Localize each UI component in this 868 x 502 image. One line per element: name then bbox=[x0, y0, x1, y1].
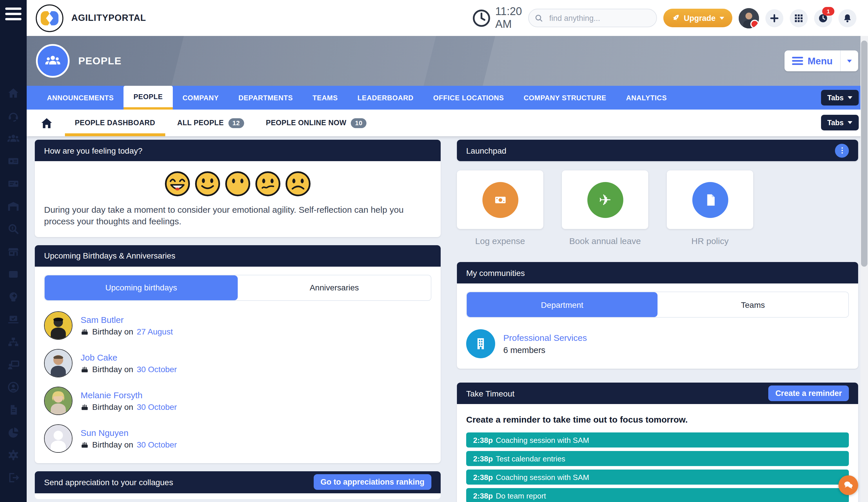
appreciation-title: Send appreciation to your collagues bbox=[44, 477, 173, 487]
mood-neutral-icon[interactable] bbox=[224, 170, 251, 197]
scrollbar-track[interactable] bbox=[860, 36, 868, 502]
menu-dropdown-toggle[interactable] bbox=[840, 50, 858, 71]
tab-company-structure[interactable]: COMPANY STRUCTURE bbox=[514, 86, 616, 109]
search-input[interactable] bbox=[548, 13, 651, 23]
add-button[interactable] bbox=[765, 9, 783, 27]
info-icon[interactable] bbox=[835, 144, 849, 157]
user-avatar[interactable] bbox=[739, 8, 759, 28]
person-name-link[interactable]: Melanie Forsyth bbox=[81, 390, 177, 400]
toggle-anniversaries[interactable]: Anniversaries bbox=[238, 275, 431, 300]
user-circle-icon[interactable] bbox=[7, 381, 20, 394]
communities-title: My communities bbox=[457, 262, 858, 283]
birthday-date-link[interactable]: 30 October bbox=[137, 440, 177, 449]
search-icon bbox=[535, 14, 543, 22]
team-icon[interactable] bbox=[7, 132, 20, 145]
appreciations-ranking-button[interactable]: Go to appreciations ranking bbox=[313, 474, 431, 490]
subtab-people-online-now[interactable]: PEOPLE ONLINE NOW10 bbox=[266, 109, 366, 136]
menu-button[interactable]: Menu bbox=[785, 50, 840, 71]
money-check-icon[interactable] bbox=[7, 155, 20, 168]
reminder-item[interactable]: 2:38pDo team report bbox=[466, 488, 849, 502]
agilityportal-logo[interactable] bbox=[35, 4, 64, 32]
avatar-placeholder[interactable] bbox=[44, 424, 72, 452]
subtab-all-people[interactable]: ALL PEOPLE12 bbox=[177, 109, 244, 136]
launchpad-label: Book annual leave bbox=[562, 236, 648, 246]
count-badge: 12 bbox=[228, 118, 244, 128]
community-members: 6 members bbox=[503, 345, 587, 355]
birthday-date-link[interactable]: 30 October bbox=[137, 364, 177, 374]
hr-policy-tile[interactable] bbox=[667, 170, 753, 229]
reminder-item[interactable]: 2:38pTest calendar entries bbox=[466, 451, 849, 466]
banner-decoration bbox=[169, 36, 439, 86]
mood-smiling-icon[interactable] bbox=[194, 170, 221, 197]
clock-icon bbox=[472, 8, 491, 27]
tabs-dropdown-button[interactable]: Tabs bbox=[821, 115, 859, 130]
tab-departments[interactable]: DEPARTMENTS bbox=[229, 86, 303, 109]
hamburger-menu-icon[interactable] bbox=[5, 8, 21, 23]
tab-teams[interactable]: TEAMS bbox=[303, 86, 348, 109]
headset-icon[interactable] bbox=[7, 109, 20, 122]
mail-card-icon[interactable] bbox=[7, 177, 20, 190]
mood-grinning-icon[interactable] bbox=[164, 170, 191, 197]
mood-confused-icon[interactable] bbox=[255, 170, 281, 197]
tabs-dropdown-button[interactable]: Tabs bbox=[821, 90, 859, 105]
reminder-item[interactable]: 2:38pCoaching session with SAM bbox=[466, 432, 849, 448]
laptop-check-icon[interactable] bbox=[7, 313, 20, 326]
tab-office-locations[interactable]: OFFICE LOCATIONS bbox=[423, 86, 514, 109]
cake-icon bbox=[81, 440, 89, 448]
top-header: AGILITYPORTAL 11:20 AM Upgrade bbox=[27, 0, 868, 36]
history-button[interactable]: 1 bbox=[814, 9, 832, 27]
avatar[interactable] bbox=[44, 311, 72, 339]
logout-icon[interactable] bbox=[7, 471, 20, 484]
chevron-down-icon bbox=[848, 96, 852, 99]
chat-button[interactable] bbox=[838, 475, 858, 495]
home-icon[interactable] bbox=[7, 87, 20, 100]
avatar[interactable] bbox=[44, 349, 72, 377]
community-name-link[interactable]: Professional Services bbox=[503, 333, 587, 343]
birthday-date-link[interactable]: 30 October bbox=[137, 402, 177, 411]
building-icon bbox=[466, 329, 495, 358]
global-search[interactable] bbox=[528, 9, 657, 27]
count-badge: 10 bbox=[351, 118, 366, 128]
home-icon[interactable] bbox=[41, 117, 53, 129]
tab-analytics[interactable]: ANALYTICS bbox=[616, 86, 676, 109]
search-dollar-icon[interactable] bbox=[7, 223, 20, 236]
upgrade-button[interactable]: Upgrade bbox=[663, 9, 732, 27]
chevron-down-icon bbox=[720, 17, 724, 19]
tab-company[interactable]: COMPANY bbox=[173, 86, 228, 109]
reminder-item[interactable]: 2:38pCoaching session with SAM bbox=[466, 470, 849, 484]
document-icon[interactable] bbox=[7, 404, 20, 416]
page-banner: PEOPLE Menu bbox=[27, 36, 868, 86]
gear-icon[interactable] bbox=[7, 449, 20, 461]
blank-card-icon[interactable] bbox=[7, 268, 20, 281]
apps-grid-button[interactable] bbox=[790, 9, 808, 27]
tab-announcements[interactable]: ANNOUNCEMENTS bbox=[37, 86, 124, 109]
toggle-upcoming-birthdays[interactable]: Upcoming birthdays bbox=[45, 275, 238, 300]
subtab-people-dashboard[interactable]: PEOPLE DASHBOARD bbox=[75, 109, 155, 136]
toggle-teams[interactable]: Teams bbox=[658, 292, 848, 317]
book-annual-leave-tile[interactable]: ✈ bbox=[562, 170, 648, 229]
person-name-link[interactable]: Job Cake bbox=[81, 352, 177, 362]
sitemap-icon[interactable] bbox=[7, 336, 20, 348]
mind-gear-icon[interactable] bbox=[7, 290, 20, 303]
person-name-link[interactable]: Sun Nguyen bbox=[81, 428, 177, 437]
person-name-link[interactable]: Sam Butler bbox=[81, 314, 173, 324]
garage-icon[interactable] bbox=[7, 200, 20, 213]
menu-split-button[interactable]: Menu bbox=[785, 50, 858, 71]
toggle-department[interactable]: Department bbox=[467, 292, 658, 317]
screen-presenter-icon[interactable] bbox=[7, 358, 20, 371]
create-reminder-button[interactable]: Create a reminder bbox=[768, 386, 849, 401]
birthday-date-link[interactable]: 27 August bbox=[137, 327, 173, 336]
module-tabs-nav: ANNOUNCEMENTS PEOPLE COMPANY DEPARTMENTS… bbox=[27, 86, 868, 109]
mood-sad-icon[interactable] bbox=[285, 170, 311, 197]
notifications-button[interactable] bbox=[838, 9, 856, 27]
tab-leaderboard[interactable]: LEADERBOARD bbox=[348, 86, 423, 109]
launchpad-section: Launchpad Log expense bbox=[457, 140, 858, 246]
avatar[interactable] bbox=[44, 386, 72, 415]
store-icon[interactable] bbox=[7, 245, 20, 258]
pie-chart-icon[interactable] bbox=[7, 426, 20, 439]
menu-bars-icon bbox=[792, 56, 803, 65]
scrollbar-thumb[interactable] bbox=[861, 41, 867, 266]
birthday-prefix: Birthday on bbox=[92, 364, 133, 374]
tab-people[interactable]: PEOPLE bbox=[124, 86, 173, 109]
log-expense-tile[interactable] bbox=[457, 170, 543, 229]
